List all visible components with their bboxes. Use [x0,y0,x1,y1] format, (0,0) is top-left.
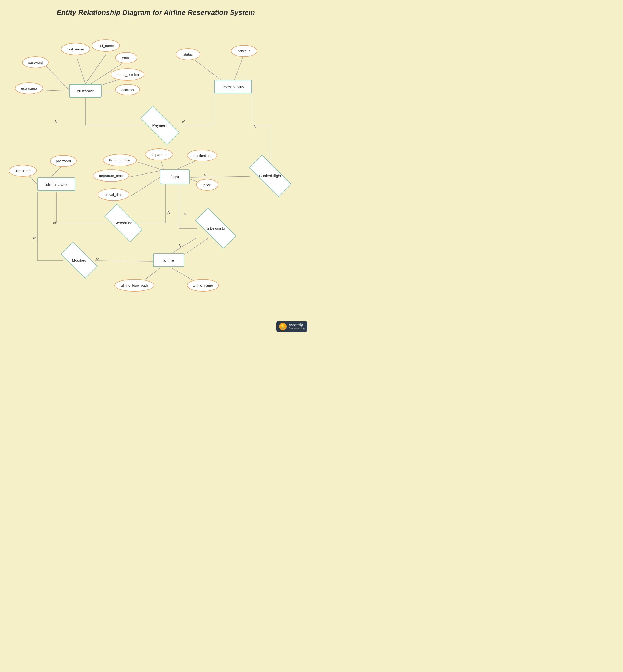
attr-username-customer: username [15,82,43,94]
watermark-name: creately [289,323,305,327]
n-label-flight-isbelongto: N [184,212,186,216]
attr-address: address [115,84,140,95]
rel-payment: Payment [141,117,179,134]
n-label-customer-payment: N [55,119,57,123]
attr-password-admin: password [50,155,77,167]
watermark-icon: 💡 [279,323,287,330]
rel-scheduled: Scheduled [105,214,142,232]
svg-line-31 [169,238,197,255]
attr-price: price [196,179,218,191]
attr-departure: departure [145,148,173,160]
attr-username-admin: username [9,165,37,177]
svg-line-6 [44,90,69,91]
n-label-ticketstatus-payment: N [182,119,185,123]
entity-ticket-status: ticket_status [214,80,252,93]
attr-password-customer: password [22,56,49,68]
attr-flight-number: flight_number [103,154,137,166]
svg-line-5 [44,64,69,90]
svg-line-0 [77,58,85,84]
attr-first-name: first_name [61,43,90,55]
watermark-sub: Diagramming [289,327,305,330]
svg-line-16 [189,176,250,177]
n-label-modified-airline: N [96,257,98,261]
svg-line-8 [233,53,245,84]
entity-flight: flight [160,169,189,184]
entity-administrator: administrator [37,177,75,191]
attr-arrival-time: arrival_time [97,188,129,201]
attr-status: status [176,48,201,60]
attr-departure-time: departure_time [93,169,129,182]
svg-line-20 [130,171,160,177]
attr-airline-logo-path: airline_logo_path [114,279,154,292]
rel-is-belong-to: Is Belong to [196,219,236,237]
n-label-ticketstatus-booked: N [254,125,256,129]
n-label-admin-scheduled: N [53,221,56,225]
watermark: 💡 creately Diagramming [276,321,307,332]
svg-line-34 [95,261,154,262]
attr-ticket-id: ticket_id [231,45,257,57]
attr-destination: destination [187,150,217,162]
svg-line-21 [131,177,160,196]
rel-booked-flight: Booked flight [249,167,291,185]
n-label-flight-booked: N [204,173,206,177]
n-label-admin-modified: N [33,236,36,240]
attr-last-name: last_name [92,39,120,52]
n-label-airline-isbelongto: N [179,243,181,248]
diagram-page: Entity Relationship Diagram for Airline … [0,0,312,336]
attr-phone-number: phone_number [111,68,144,81]
svg-line-35 [184,238,209,255]
page-title: Entity Relationship Diagram for Airline … [0,0,312,20]
svg-line-1 [85,54,106,84]
attr-email: email [115,52,137,63]
attr-airline-name: airline_name [187,279,219,292]
entity-customer: customer [69,84,101,97]
entity-airline: airline [153,253,184,267]
rel-modified: Modified [62,252,96,269]
n-label-flight-scheduled: N [168,210,170,214]
